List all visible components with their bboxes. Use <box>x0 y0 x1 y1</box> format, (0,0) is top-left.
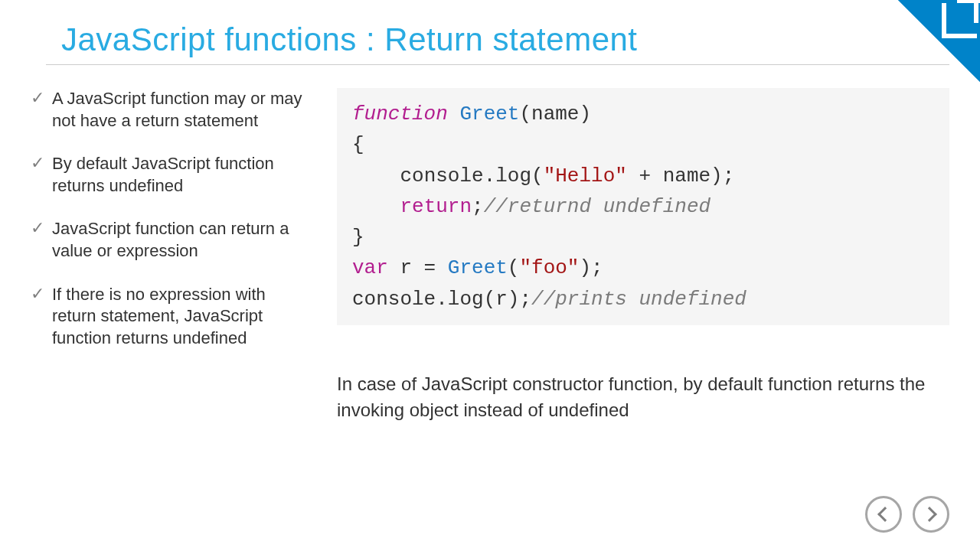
list-item: ✓ A JavaScript function may or may not h… <box>31 88 314 132</box>
code-line: var r = Greet("foo"); <box>352 253 934 283</box>
bullet-text: JavaScript function can return a value o… <box>52 218 314 262</box>
code-line: console.log(r);//prints undefined <box>352 284 934 315</box>
check-icon: ✓ <box>31 284 44 304</box>
code-block: function Greet(name) { console.log("Hell… <box>337 88 949 325</box>
code-line: function Greet(name) <box>352 99 934 129</box>
footnote: In case of JavaScript constructor functi… <box>337 371 949 422</box>
code-line: console.log("Hello" + name); <box>352 161 934 191</box>
check-icon: ✓ <box>31 153 44 173</box>
slide-content: ✓ A JavaScript function may or may not h… <box>0 65 980 422</box>
list-item: ✓ By default JavaScript function returns… <box>31 153 314 197</box>
check-icon: ✓ <box>31 88 44 108</box>
prev-button[interactable] <box>865 496 902 533</box>
arrow-right-icon <box>922 507 937 522</box>
bullet-text: By default JavaScript function returns u… <box>52 153 314 197</box>
bullet-text: A JavaScript function may or may not hav… <box>52 88 314 132</box>
bullet-text: If there is no expression with return st… <box>52 284 314 350</box>
code-line: } <box>352 222 934 253</box>
code-line: return;//returnd undefined <box>352 191 934 222</box>
next-button[interactable] <box>913 496 949 533</box>
list-item: ✓ If there is no expression with return … <box>31 284 314 350</box>
right-column: function Greet(name) { console.log("Hell… <box>337 88 949 422</box>
list-item: ✓ JavaScript function can return a value… <box>31 218 314 262</box>
code-line: { <box>352 129 934 160</box>
nav-controls <box>865 496 949 533</box>
slide-title: JavaScript functions : Return statement <box>0 0 980 64</box>
bullet-list: ✓ A JavaScript function may or may not h… <box>31 88 337 422</box>
check-icon: ✓ <box>31 218 44 238</box>
arrow-left-icon <box>877 507 893 522</box>
